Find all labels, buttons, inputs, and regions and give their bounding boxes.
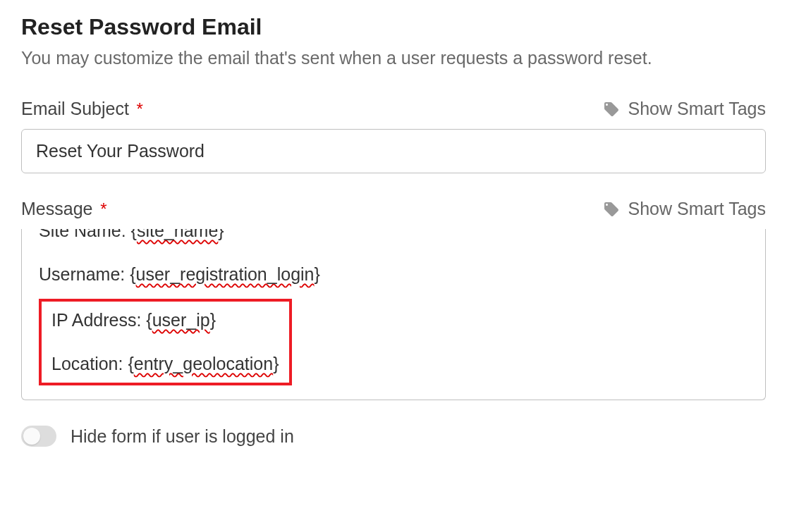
cutoff-prefix: Site Name: { <box>39 229 137 240</box>
email-subject-field: Email Subject * Show Smart Tags <box>21 99 766 173</box>
tag-icon <box>603 201 620 218</box>
lineB-suffix: } <box>273 354 279 373</box>
lineA-tag: user_ip <box>152 310 210 330</box>
smart-tags-label: Show Smart Tags <box>628 199 766 219</box>
message-field: Message * Show Smart Tags Site Name: {si… <box>21 199 766 400</box>
hide-form-toggle-row: Hide form if user is logged in <box>21 426 766 447</box>
section-description: You may customize the email that's sent … <box>21 46 766 70</box>
message-cutoff-line: Site Name: {site_name} <box>39 229 748 245</box>
cutoff-tag: site_name <box>137 229 218 240</box>
show-smart-tags-link-subject[interactable]: Show Smart Tags <box>603 99 766 119</box>
message-label-wrap: Message * <box>21 199 106 219</box>
label-row: Email Subject * Show Smart Tags <box>21 99 766 119</box>
message-line-username: Username: {user_registration_login} <box>39 261 748 288</box>
message-line-ip: IP Address: {user_ip} <box>51 307 279 334</box>
label-row: Message * Show Smart Tags <box>21 199 766 219</box>
lineA-prefix: IP Address: { <box>51 310 152 330</box>
lineB-tag: entry_geolocation <box>134 354 273 373</box>
hide-form-label: Hide form if user is logged in <box>71 426 294 447</box>
email-subject-label-wrap: Email Subject * <box>21 99 143 119</box>
line1-prefix: Username: { <box>39 264 136 284</box>
required-asterisk: * <box>137 99 143 118</box>
message-textarea[interactable]: Site Name: {site_name} Username: {user_r… <box>21 229 766 400</box>
required-asterisk: * <box>100 199 106 218</box>
email-subject-label: Email Subject <box>21 99 129 118</box>
line1-tag: user_registration_login <box>136 264 315 284</box>
tag-icon <box>603 101 620 118</box>
message-line-location: Location: {entry_geolocation} <box>51 351 279 378</box>
lineB-prefix: Location: { <box>51 354 134 373</box>
show-smart-tags-link-message[interactable]: Show Smart Tags <box>603 199 766 219</box>
hide-form-toggle[interactable] <box>21 426 56 447</box>
highlight-box: IP Address: {user_ip} Location: {entry_g… <box>39 299 292 385</box>
lineA-suffix: } <box>210 310 216 330</box>
email-subject-input[interactable] <box>21 129 766 173</box>
cutoff-suffix: } <box>218 229 224 240</box>
toggle-knob <box>23 428 40 445</box>
section-title: Reset Password Email <box>21 14 766 40</box>
line1-suffix: } <box>315 264 320 284</box>
message-label: Message <box>21 199 92 218</box>
smart-tags-label: Show Smart Tags <box>628 99 766 119</box>
